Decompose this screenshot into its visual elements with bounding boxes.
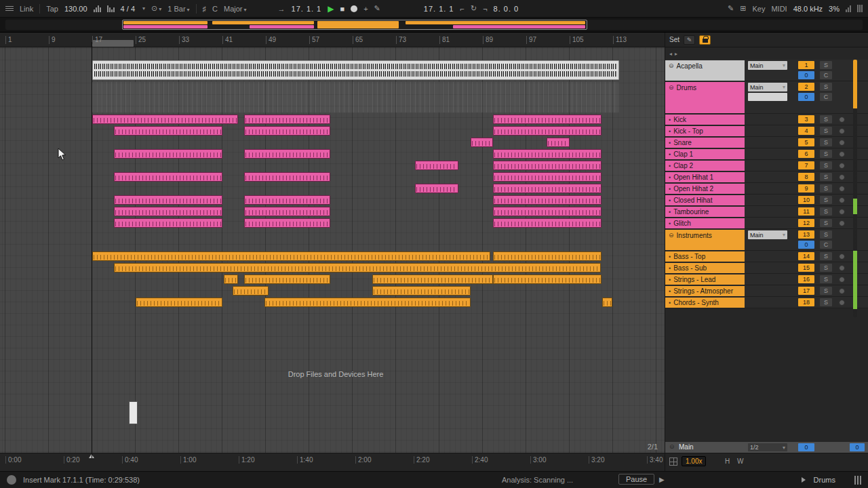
menu-icon[interactable] [5, 6, 14, 11]
clip-tambourine[interactable] [114, 207, 222, 216]
track-header-drums[interactable]: ⊖DrumsMain▾2S0C [665, 81, 868, 114]
grid-mode-icon[interactable]: ⊞ [740, 4, 746, 13]
record-arm-button[interactable] [835, 298, 848, 306]
clip-glitch[interactable] [493, 218, 601, 228]
lock-icon[interactable] [699, 35, 711, 45]
overdub-icon[interactable]: + [363, 5, 368, 13]
clip-kick-top[interactable] [244, 126, 330, 136]
solo-button[interactable]: S [820, 127, 832, 135]
track-number[interactable]: 5 [798, 138, 814, 146]
clip-bass-sub[interactable] [114, 263, 601, 272]
master-value[interactable]: 0 [798, 443, 814, 451]
clip-tambourine[interactable] [244, 207, 330, 216]
track-header-strings-lead[interactable]: •Strings - Lead16S [665, 274, 868, 285]
track-value[interactable]: 0 [798, 71, 814, 79]
metronome-icon[interactable]: ⊙▾ [151, 4, 161, 13]
arrangement-overview[interactable] [0, 18, 868, 33]
punch-in-icon[interactable]: ⌐ [460, 5, 465, 13]
solo-button[interactable]: S [820, 173, 832, 181]
computer-midi-keyboard-button[interactable]: Key [752, 5, 765, 13]
track-header-bass-top[interactable]: •Bass - Top14S [665, 251, 868, 262]
track-number[interactable]: 3 [798, 115, 814, 123]
track-number[interactable]: 8 [798, 173, 814, 181]
analysis-play-icon[interactable]: ▶ [659, 476, 665, 483]
solo-button[interactable]: S [820, 138, 832, 146]
nav-back-button[interactable]: ◂ [669, 51, 672, 57]
loop-start-display[interactable]: 17. 1. 1 [424, 5, 454, 13]
track-number[interactable]: 6 [798, 150, 814, 158]
crossfade-button[interactable]: C [820, 241, 832, 249]
group-fold-icon[interactable]: ⊖ [669, 232, 674, 239]
crossfade-button[interactable]: C [820, 93, 832, 101]
output-routing-selector[interactable]: Main▾ [748, 83, 787, 92]
track-number[interactable]: 11 [798, 207, 814, 216]
clip-open-hihat-1[interactable] [493, 172, 601, 182]
solo-button[interactable]: S [820, 150, 832, 158]
clip-chords-synth[interactable] [136, 298, 222, 307]
quantize-menu[interactable]: 1 Bar▾ [167, 5, 189, 13]
pause-button[interactable]: Pause [618, 474, 654, 485]
solo-button[interactable]: S [820, 161, 832, 169]
record-arm-button[interactable] [835, 252, 848, 260]
set-button[interactable]: Set [669, 36, 679, 43]
draw-mode-icon[interactable]: ✎ [728, 4, 734, 13]
info-icon[interactable] [7, 475, 16, 485]
bar-ruler[interactable]: 191725334149576573818997105113 [0, 33, 665, 47]
play-button[interactable]: ▶ [328, 4, 334, 14]
clip-strings-atmospher[interactable] [372, 286, 471, 296]
scale-name-menu[interactable]: Major▾ [224, 5, 247, 13]
clip-clap-2[interactable] [493, 161, 601, 170]
clip-clap-1[interactable] [114, 149, 222, 159]
output-routing-selector[interactable]: Main▾ [748, 230, 787, 239]
loop-length-display[interactable]: 8. 0. 0 [494, 5, 519, 13]
clip-kick[interactable] [244, 115, 330, 124]
track-header-open-hihat-2[interactable]: •Open Hihat 29S [665, 183, 868, 195]
overview-clips[interactable] [5, 20, 863, 30]
solo-button[interactable]: S [820, 252, 832, 260]
clip-clap-1[interactable] [493, 149, 601, 159]
track-header-tambourine[interactable]: •Tambourine11S [665, 206, 868, 218]
output-routing-selector[interactable]: Main▾ [748, 61, 787, 70]
link-button[interactable]: Link [20, 5, 33, 13]
record-arm-button[interactable] [835, 127, 848, 135]
clip-kick[interactable] [92, 115, 238, 124]
clip-drums[interactable] [92, 82, 619, 113]
scale-root[interactable]: C [212, 5, 218, 13]
master-track-header[interactable]: ⊖ Main 1/2▾ 0 0 [665, 442, 868, 453]
clip-closed-hihat[interactable] [493, 195, 601, 205]
solo-button[interactable]: S [820, 83, 832, 91]
clip-tambourine[interactable] [493, 207, 601, 216]
solo-button[interactable]: S [820, 230, 832, 239]
track-header-chords-synth[interactable]: •Chords - Synth18S [665, 297, 868, 308]
clip-bass-top[interactable] [493, 251, 601, 261]
midi-indicator-button[interactable]: MIDI [771, 5, 787, 13]
track-value[interactable]: 0 [798, 93, 814, 101]
record-arm-button[interactable] [835, 115, 848, 123]
zoom-height-button[interactable]: H [725, 458, 730, 465]
track-header-bass-sub[interactable]: •Bass - Sub15S [665, 262, 868, 274]
record-arm-button[interactable] [835, 264, 848, 272]
loop-icon[interactable]: ↻ [471, 4, 477, 13]
track-number[interactable]: 17 [798, 287, 814, 295]
clip-acapella[interactable] [92, 60, 619, 80]
clip-open-hihat-2[interactable] [415, 184, 458, 193]
solo-button[interactable]: S [820, 196, 832, 204]
nav-forward-button[interactable]: ▸ [675, 51, 677, 57]
master-value-2[interactable]: 0 [850, 443, 865, 451]
track-number[interactable]: 7 [798, 161, 814, 169]
clip-strings-lead[interactable] [493, 274, 601, 284]
master-fold-icon[interactable]: ⊖ [669, 443, 675, 450]
solo-button[interactable]: S [820, 61, 832, 69]
track-header-closed-hihat[interactable]: •Closed Hihat10S [665, 195, 868, 206]
clip-open-hihat-1[interactable] [244, 172, 330, 182]
zoom-width-button[interactable]: W [737, 458, 743, 465]
group-fold-icon[interactable]: ⊖ [669, 84, 674, 91]
track-number[interactable]: 15 [798, 264, 814, 272]
clip-closed-hihat[interactable] [114, 195, 222, 205]
track-header-kick-top[interactable]: •Kick - Top4S [665, 125, 868, 137]
clip-strings-atmospher[interactable] [233, 286, 269, 296]
track-number[interactable]: 13 [798, 230, 814, 239]
clip-chords-synth[interactable] [264, 298, 471, 307]
track-header-snare[interactable]: •Snare5S [665, 137, 868, 148]
track-number[interactable]: 12 [798, 219, 814, 227]
